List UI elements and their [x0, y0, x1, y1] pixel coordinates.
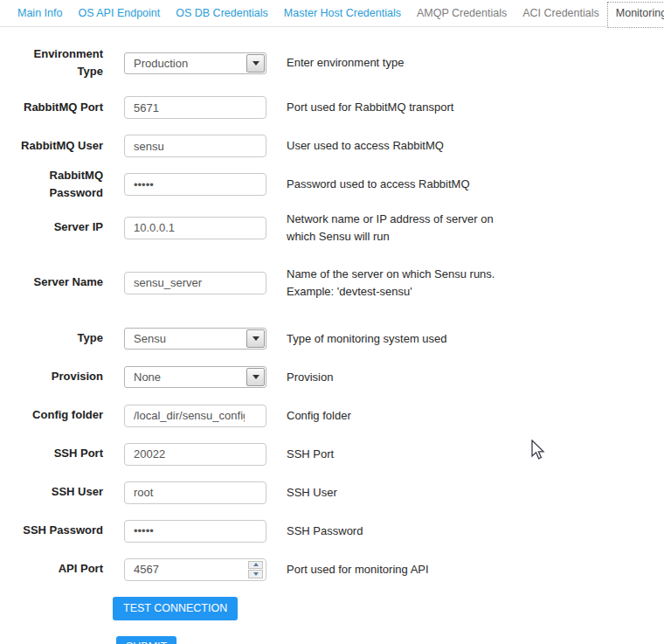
- rabbitmq-user-input[interactable]: [124, 135, 266, 157]
- field-help-text: Type of monitoring system used: [287, 330, 557, 348]
- select-value: Production: [125, 57, 188, 70]
- field-label: RabbitMQ Port: [7, 99, 103, 116]
- field-row-rabbitmq-user: RabbitMQ User sensu User used to access …: [0, 135, 664, 157]
- field-row-ssh-password: SSH Password ••••• SSH Password: [0, 520, 664, 543]
- tab-os-api-endpoint[interactable]: OS API Endpoint: [70, 2, 168, 26]
- dropdown-arrow-icon[interactable]: [246, 329, 265, 348]
- config-folder-input[interactable]: [124, 405, 266, 427]
- tab-main-info[interactable]: Main Info: [10, 2, 70, 26]
- spinner-down-icon[interactable]: [248, 570, 263, 578]
- tab-bar: Main Info OS API Endpoint OS DB Credenti…: [0, 0, 664, 27]
- dropdown-arrow-icon[interactable]: [246, 54, 265, 73]
- field-row-server-ip: Server IP 10.0.0.1 Network name or IP ad…: [0, 211, 664, 246]
- select-value: Sensu: [125, 332, 166, 345]
- field-label: RabbitMQ User: [7, 137, 103, 155]
- field-label: Type: [7, 329, 103, 347]
- field-label: Server Name: [7, 274, 103, 291]
- field-help-text: Name of the server on which Sensu runs. …: [287, 266, 557, 301]
- field-row-config-folder: Config folder /local_dir/sensu_config Co…: [0, 405, 664, 427]
- field-help-text: Config folder: [287, 407, 557, 425]
- field-row-environment-type: Environment Type Production Enter enviro…: [0, 45, 664, 80]
- test-connection-button[interactable]: TEST CONNECTION: [113, 597, 238, 620]
- tab-amqp-credentials[interactable]: AMQP Credentials: [409, 2, 515, 26]
- ssh-password-input[interactable]: [124, 520, 266, 543]
- field-label: Provision: [7, 368, 103, 385]
- field-row-provision: Provision None Provision: [0, 366, 664, 389]
- tab-monitoring[interactable]: Monitoring: [607, 2, 664, 28]
- ssh-user-input[interactable]: [124, 481, 266, 504]
- field-help-text: SSH Password: [287, 523, 557, 540]
- rabbitmq-port-input[interactable]: [124, 96, 266, 119]
- submit-button[interactable]: SUBMIT: [116, 636, 176, 644]
- provision-select[interactable]: None: [124, 366, 266, 388]
- field-help-text: Password used to access RabbitMQ: [287, 176, 557, 193]
- field-label: API Port: [7, 560, 103, 578]
- field-help-text: Port used for RabbitMQ transport: [287, 99, 557, 116]
- environment-type-select[interactable]: Production: [124, 52, 266, 74]
- type-select[interactable]: Sensu: [124, 328, 266, 350]
- field-help-text: SSH Port: [287, 446, 557, 463]
- field-help-text: Network name or IP address of server on …: [287, 211, 557, 246]
- field-help-text: SSH User: [287, 484, 557, 502]
- spinner-up-icon[interactable]: [248, 561, 263, 570]
- field-help-text: Enter environment type: [287, 54, 557, 72]
- field-label: SSH User: [7, 483, 103, 501]
- monitoring-form: Environment Type Production Enter enviro…: [0, 27, 664, 581]
- field-label: SSH Password: [7, 522, 103, 539]
- field-help-text: Port used for monitoring API: [287, 561, 557, 578]
- field-label: Server IP: [7, 218, 103, 236]
- api-port-input[interactable]: [124, 558, 266, 581]
- field-row-ssh-user: SSH User root SSH User: [0, 481, 664, 504]
- server-name-input[interactable]: [124, 272, 266, 294]
- dropdown-arrow-icon[interactable]: [246, 368, 265, 386]
- ssh-port-input[interactable]: [124, 443, 266, 466]
- server-ip-input[interactable]: [124, 217, 266, 239]
- number-stepper[interactable]: [248, 561, 263, 578]
- field-row-server-name: Server Name sensu_server Name of the ser…: [0, 266, 664, 301]
- field-row-rabbitmq-password: RabbitMQ Password ••••• Password used to…: [0, 167, 664, 202]
- field-help-text: User used to access RabbitMQ: [287, 137, 557, 155]
- field-row-rabbitmq-port: RabbitMQ Port 5671 Port used for RabbitM…: [0, 96, 664, 119]
- tab-aci-credentials[interactable]: ACI Credentials: [515, 2, 607, 26]
- field-label: SSH Port: [7, 445, 103, 462]
- rabbitmq-password-input[interactable]: [124, 173, 266, 196]
- tab-master-host-credentials[interactable]: Master Host Credentials: [276, 2, 409, 26]
- field-label: Config folder: [7, 406, 103, 424]
- field-row-api-port: API Port 4567 Port used for monitoring A…: [0, 558, 664, 581]
- field-row-type: Type Sensu Type of monitoring system use…: [0, 328, 664, 350]
- field-label: Environment Type: [7, 45, 103, 80]
- field-label: RabbitMQ Password: [7, 167, 103, 202]
- field-row-ssh-port: SSH Port 20022 SSH Port: [0, 443, 664, 466]
- select-value: None: [125, 370, 161, 384]
- field-help-text: Provision: [287, 369, 557, 386]
- tab-os-db-credentials[interactable]: OS DB Credentials: [168, 2, 276, 26]
